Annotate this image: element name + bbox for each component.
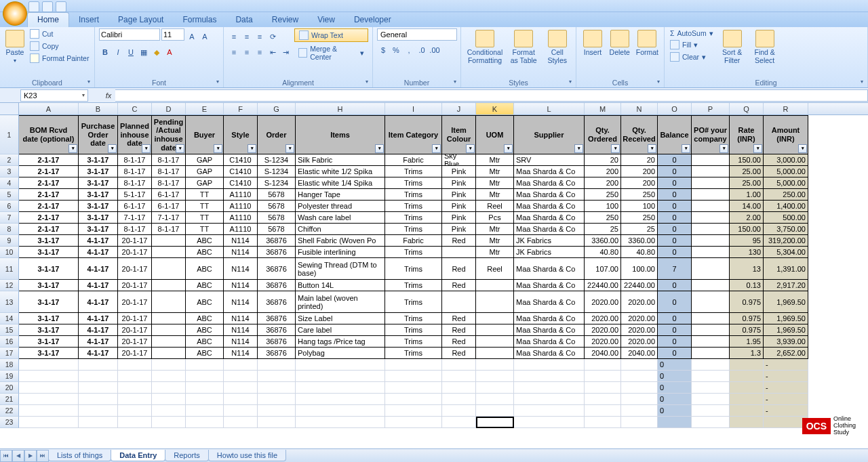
cell[interactable]: A1110 (224, 201, 258, 212)
cell-styles-button[interactable]: Cell Styles (542, 28, 572, 66)
sheet-tab[interactable]: Data Entry (111, 450, 165, 461)
cell[interactable] (19, 371, 79, 382)
autosum-button[interactable]: Σ AutoSum ▾ (669, 28, 715, 38)
cell[interactable]: 0 (658, 154, 692, 166)
cell[interactable]: Maa Sharda & Co (514, 201, 585, 212)
decrease-font-icon[interactable]: A (199, 30, 211, 43)
cell[interactable] (385, 382, 442, 394)
cell[interactable] (152, 247, 186, 258)
cell[interactable] (224, 371, 258, 382)
sheet-tab[interactable]: Lists of things (48, 450, 111, 461)
cell[interactable]: Red (442, 348, 476, 359)
cell[interactable]: ABC (186, 348, 224, 359)
wrap-text-button[interactable]: Wrap Text (294, 28, 368, 42)
column-header-F[interactable]: F (224, 103, 258, 114)
cell[interactable] (118, 382, 152, 394)
cell[interactable]: 5,000.00 (764, 177, 808, 189)
filter-icon[interactable]: ▾ (611, 144, 620, 153)
cell[interactable]: 4-1-17 (79, 324, 118, 336)
cell[interactable]: 1,391.00 (764, 258, 808, 280)
currency-icon[interactable]: $ (377, 44, 389, 56)
cell[interactable]: Trims (385, 324, 442, 336)
cell[interactable]: 4-1-17 (79, 313, 118, 324)
cell[interactable]: JK Fabrics (514, 235, 585, 247)
cell[interactable]: 36876 (258, 280, 296, 291)
cell[interactable] (442, 291, 476, 313)
row-header[interactable]: 19 (0, 371, 19, 382)
column-header-C[interactable]: C (118, 103, 152, 114)
cell[interactable]: 6-1-17 (118, 201, 152, 212)
column-header-H[interactable]: H (296, 103, 385, 114)
header-cell[interactable]: Qty. Received▾ (621, 115, 658, 154)
cell[interactable]: 200 (585, 177, 621, 189)
cell[interactable] (296, 405, 385, 417)
row-header[interactable]: 22 (0, 405, 19, 417)
cell[interactable]: 36876 (258, 235, 296, 247)
cell[interactable]: Trims (385, 313, 442, 324)
filter-icon[interactable]: ▾ (375, 144, 384, 153)
cell[interactable]: 4-1-17 (79, 291, 118, 313)
cell[interactable]: Sewing Thread (DTM to base) (296, 258, 385, 280)
bold-button[interactable]: B (99, 46, 111, 58)
row-header[interactable]: 21 (0, 394, 19, 405)
cell[interactable]: Chiffon (296, 224, 385, 235)
cell[interactable] (692, 189, 730, 201)
cell[interactable] (442, 417, 476, 428)
cell[interactable]: 150.00 (730, 224, 764, 235)
cell[interactable]: Mtr (476, 154, 514, 166)
cell[interactable]: ABC (186, 235, 224, 247)
cell[interactable]: 22440.00 (621, 280, 658, 291)
cell[interactable]: N114 (224, 247, 258, 258)
cell[interactable] (224, 417, 258, 428)
row-header[interactable]: 2 (0, 154, 19, 166)
ribbon-tab-formulas[interactable]: Formulas (173, 13, 226, 27)
cell[interactable] (385, 394, 442, 405)
cell[interactable]: Pink (442, 212, 476, 224)
cell[interactable] (621, 359, 658, 371)
cell[interactable]: JK Fabrics (514, 247, 585, 258)
header-cell[interactable]: Planned inhouse date▾ (118, 115, 152, 154)
cell[interactable]: Pink (442, 166, 476, 177)
cell[interactable]: S-1234 (258, 177, 296, 189)
cell[interactable] (442, 247, 476, 258)
cell[interactable]: 2020.00 (621, 336, 658, 348)
cell[interactable] (692, 382, 730, 394)
cell[interactable] (152, 417, 186, 428)
cell[interactable]: 0.975 (730, 291, 764, 313)
cell[interactable]: 0 (658, 394, 692, 405)
cell[interactable]: 2-1-17 (19, 189, 79, 201)
cell[interactable]: ABC (186, 247, 224, 258)
cell[interactable]: 3-1-17 (79, 189, 118, 201)
cell[interactable]: 0 (658, 201, 692, 212)
cell[interactable] (692, 417, 730, 428)
cell[interactable]: Pink (442, 201, 476, 212)
cell[interactable]: Trims (385, 166, 442, 177)
cell[interactable] (224, 359, 258, 371)
filter-icon[interactable]: ▾ (682, 144, 690, 153)
cell[interactable] (476, 382, 514, 394)
cell[interactable]: S-1234 (258, 166, 296, 177)
cell[interactable]: 2020.00 (621, 291, 658, 313)
cell[interactable]: GAP (186, 166, 224, 177)
cell[interactable]: 5,000.00 (764, 166, 808, 177)
cell[interactable] (442, 394, 476, 405)
cell[interactable] (19, 405, 79, 417)
cell[interactable] (692, 324, 730, 336)
header-cell[interactable]: UOM▾ (476, 115, 514, 154)
cell[interactable]: 3,750.00 (764, 224, 808, 235)
increase-decimal-icon[interactable]: .0 (416, 44, 428, 56)
cell[interactable]: - (764, 382, 808, 394)
cell[interactable]: 3-1-17 (19, 280, 79, 291)
cell[interactable] (692, 336, 730, 348)
cell[interactable] (514, 417, 585, 428)
cell[interactable]: 3,939.00 (764, 336, 808, 348)
filter-icon[interactable]: ▾ (648, 144, 656, 153)
cell[interactable] (692, 280, 730, 291)
cell[interactable] (730, 394, 764, 405)
cell[interactable]: 2-1-17 (19, 154, 79, 166)
qat-undo-icon[interactable] (42, 1, 53, 12)
ribbon-tab-insert[interactable]: Insert (69, 13, 108, 27)
cell[interactable]: 20-1-17 (118, 313, 152, 324)
sheet-first-icon[interactable]: ⏮ (0, 450, 12, 462)
cell[interactable] (621, 382, 658, 394)
